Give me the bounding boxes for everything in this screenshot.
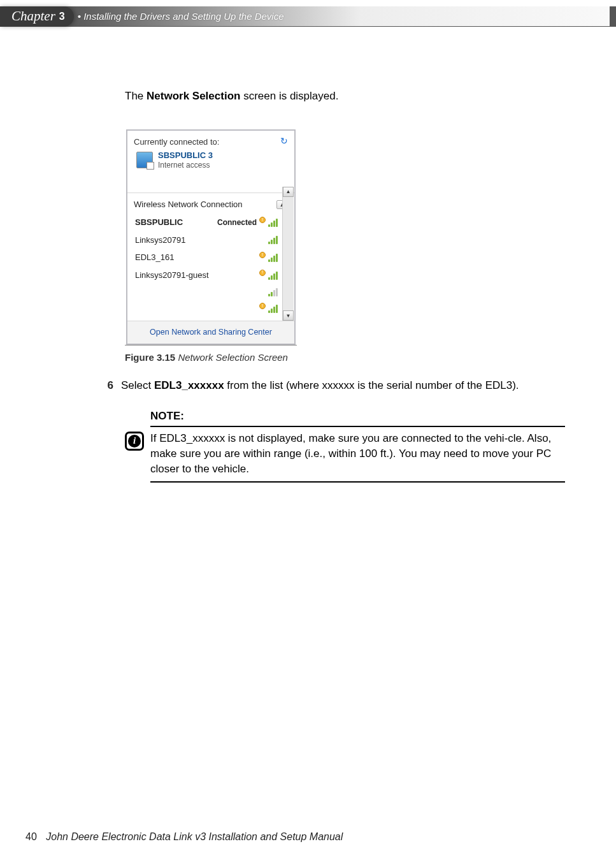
wifi-signal-wrap: Connected! xyxy=(217,218,278,227)
wifi-signal-wrap: ! xyxy=(259,271,278,280)
intro-bold: Network Selection xyxy=(147,90,240,102)
wifi-item[interactable]: EDL3_161! xyxy=(127,249,294,266)
wifi-name: SBSPUBLIC xyxy=(135,217,183,228)
connected-to-label: Currently connected to: xyxy=(134,137,288,147)
shield-icon: ! xyxy=(259,303,266,309)
wireless-section-label: Wireless Network Connection xyxy=(134,200,243,210)
current-network-name: SBSPUBLIC 3 xyxy=(158,150,213,161)
figure-caption-text: Network Selection Screen xyxy=(178,352,288,363)
signal-icon xyxy=(268,235,278,244)
wifi-name: EDL3_161 xyxy=(135,252,174,263)
signal-icon xyxy=(268,218,278,227)
refresh-icon[interactable]: ↻ xyxy=(280,136,288,147)
page-number: 40 xyxy=(25,831,37,842)
wifi-name: Linksys20791-guest xyxy=(135,270,209,280)
wifi-signal-wrap: ! xyxy=(259,253,278,262)
scrollbar[interactable]: ▲ ▼ xyxy=(282,187,294,321)
figure-caption: Figure 3.15 Network Selection Screen xyxy=(125,348,565,364)
intro-pre: The xyxy=(125,90,147,102)
manual-title: John Deere Electronic Data Link v3 Insta… xyxy=(46,831,343,842)
signal-icon xyxy=(268,287,278,296)
shield-icon: ! xyxy=(259,217,266,223)
step-post: from the list (where xxxxxx is the seria… xyxy=(224,379,519,391)
wifi-item[interactable]: ! xyxy=(127,300,294,317)
wifi-signal-wrap xyxy=(268,235,278,244)
shield-icon: ! xyxy=(259,270,266,276)
wifi-item[interactable] xyxy=(127,284,294,300)
wifi-signal-wrap xyxy=(268,287,278,296)
open-network-center-link[interactable]: Open Network and Sharing Center xyxy=(127,321,294,344)
wifi-signal-wrap: ! xyxy=(259,304,278,313)
signal-icon xyxy=(268,304,278,313)
scroll-up-icon[interactable]: ▲ xyxy=(283,187,294,197)
shield-icon: ! xyxy=(259,252,266,258)
current-network[interactable]: SBSPUBLIC 3 Internet access xyxy=(134,150,288,170)
figure-number: Figure 3.15 xyxy=(125,352,175,363)
wifi-status: Connected xyxy=(217,218,257,227)
chapter-header: Chapter 3 • Installing the Drivers and S… xyxy=(0,6,616,27)
note-heading: NOTE: xyxy=(125,409,565,424)
step-number: 6 xyxy=(102,378,113,393)
signal-icon xyxy=(268,253,278,262)
note-block: NOTE: i If EDL3_xxxxxx is not displayed,… xyxy=(125,409,565,483)
signal-icon xyxy=(268,271,278,280)
info-icon: i xyxy=(125,432,144,451)
page-footer: 40 John Deere Electronic Data Link v3 In… xyxy=(25,831,343,843)
step-pre: Select xyxy=(121,379,154,391)
wifi-name: Linksys20791 xyxy=(135,235,186,245)
chapter-title: • Installing the Drivers and Setting Up … xyxy=(61,6,361,27)
wifi-item[interactable]: Linksys20791-guest! xyxy=(127,266,294,284)
figure-screenshot: ↻ Currently connected to: SBSPUBLIC 3 In… xyxy=(125,129,297,346)
step-text: Select EDL3_xxxxxx from the list (where … xyxy=(121,378,519,393)
chapter-number: 3 xyxy=(59,11,65,22)
wifi-item[interactable]: SBSPUBLICConnected! xyxy=(127,214,294,231)
step-bold: EDL3_xxxxxx xyxy=(154,379,224,391)
network-flyout: ↻ Currently connected to: SBSPUBLIC 3 In… xyxy=(126,129,296,345)
intro-text: The Network Selection screen is displaye… xyxy=(125,89,565,104)
note-body: If EDL3_xxxxxx is not displayed, make su… xyxy=(150,431,565,476)
intro-post: screen is displayed. xyxy=(240,90,338,102)
wifi-item[interactable]: Linksys20791 xyxy=(127,231,294,249)
wifi-list: ▲ ▼ SBSPUBLICConnected!Linksys20791EDL3_… xyxy=(127,211,294,321)
current-network-sub: Internet access xyxy=(158,161,213,170)
chapter-word: Chapter xyxy=(11,8,55,24)
chapter-tab: Chapter 3 xyxy=(0,6,74,27)
network-icon xyxy=(136,152,153,168)
scroll-down-icon[interactable]: ▼ xyxy=(283,310,294,321)
step-6: 6 Select EDL3_xxxxxx from the list (wher… xyxy=(102,378,565,393)
